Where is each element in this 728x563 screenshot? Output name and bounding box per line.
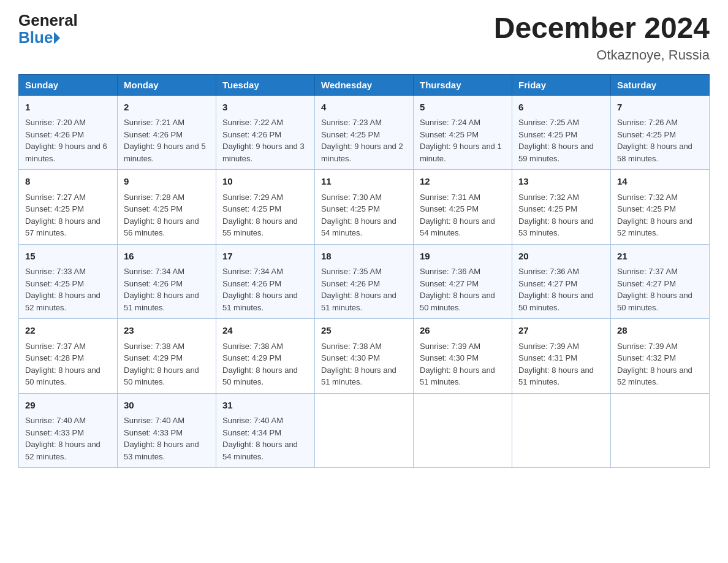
day-info: Sunrise: 7:36 AMSunset: 4:27 PMDaylight:… [420, 267, 495, 312]
day-info: Sunrise: 7:26 AMSunset: 4:25 PMDaylight:… [617, 118, 692, 163]
day-info: Sunrise: 7:20 AMSunset: 4:26 PMDaylight:… [25, 118, 107, 163]
calendar-cell: 21 Sunrise: 7:37 AMSunset: 4:27 PMDaylig… [611, 244, 710, 319]
logo-arrow-icon [54, 32, 60, 44]
page-header: General Blue December 2024 Otkaznoye, Ru… [18, 12, 710, 63]
day-info: Sunrise: 7:27 AMSunset: 4:25 PMDaylight:… [25, 193, 100, 238]
day-number: 17 [222, 250, 308, 264]
title-block: December 2024 Otkaznoye, Russia [494, 12, 710, 63]
calendar-cell: 25 Sunrise: 7:38 AMSunset: 4:30 PMDaylig… [315, 319, 414, 394]
day-info: Sunrise: 7:28 AMSunset: 4:25 PMDaylight:… [124, 193, 199, 238]
day-number: 7 [617, 101, 703, 115]
day-info: Sunrise: 7:37 AMSunset: 4:28 PMDaylight:… [25, 342, 100, 387]
day-number: 6 [518, 101, 604, 115]
calendar-cell: 10 Sunrise: 7:29 AMSunset: 4:25 PMDaylig… [216, 170, 315, 245]
day-info: Sunrise: 7:37 AMSunset: 4:27 PMDaylight:… [617, 267, 692, 312]
day-info: Sunrise: 7:36 AMSunset: 4:27 PMDaylight:… [518, 267, 594, 312]
calendar-cell: 11 Sunrise: 7:30 AMSunset: 4:25 PMDaylig… [315, 170, 414, 245]
day-info: Sunrise: 7:33 AMSunset: 4:25 PMDaylight:… [25, 267, 100, 312]
calendar-cell: 7 Sunrise: 7:26 AMSunset: 4:25 PMDayligh… [611, 95, 710, 170]
calendar-cell: 1 Sunrise: 7:20 AMSunset: 4:26 PMDayligh… [19, 95, 118, 170]
col-header-wednesday: Wednesday [315, 74, 414, 95]
day-number: 26 [420, 324, 506, 338]
calendar-table: SundayMondayTuesdayWednesdayThursdayFrid… [18, 74, 710, 469]
day-info: Sunrise: 7:32 AMSunset: 4:25 PMDaylight:… [617, 193, 692, 238]
calendar-cell: 26 Sunrise: 7:39 AMSunset: 4:30 PMDaylig… [414, 319, 512, 394]
day-info: Sunrise: 7:40 AMSunset: 4:33 PMDaylight:… [124, 416, 199, 461]
day-number: 23 [124, 324, 210, 338]
day-number: 14 [617, 175, 703, 189]
col-header-tuesday: Tuesday [216, 74, 315, 95]
day-info: Sunrise: 7:39 AMSunset: 4:30 PMDaylight:… [420, 342, 495, 387]
calendar-cell: 16 Sunrise: 7:34 AMSunset: 4:26 PMDaylig… [118, 244, 216, 319]
day-info: Sunrise: 7:34 AMSunset: 4:26 PMDaylight:… [124, 267, 199, 312]
day-number: 11 [321, 175, 407, 189]
day-info: Sunrise: 7:30 AMSunset: 4:25 PMDaylight:… [321, 193, 396, 238]
day-info: Sunrise: 7:23 AMSunset: 4:25 PMDaylight:… [321, 118, 403, 163]
logo: General Blue [18, 12, 78, 47]
calendar-cell: 20 Sunrise: 7:36 AMSunset: 4:27 PMDaylig… [512, 244, 611, 319]
calendar-subtitle: Otkaznoye, Russia [494, 47, 710, 63]
calendar-cell: 23 Sunrise: 7:38 AMSunset: 4:29 PMDaylig… [118, 319, 216, 394]
col-header-saturday: Saturday [611, 74, 710, 95]
calendar-cell: 12 Sunrise: 7:31 AMSunset: 4:25 PMDaylig… [414, 170, 512, 245]
day-info: Sunrise: 7:39 AMSunset: 4:32 PMDaylight:… [617, 342, 692, 387]
day-number: 5 [420, 101, 506, 115]
day-number: 31 [222, 399, 308, 413]
day-number: 3 [222, 101, 308, 115]
day-number: 24 [222, 324, 308, 338]
day-number: 9 [124, 175, 210, 189]
day-info: Sunrise: 7:40 AMSunset: 4:34 PMDaylight:… [222, 416, 298, 461]
day-number: 15 [25, 250, 111, 264]
day-number: 4 [321, 101, 407, 115]
calendar-cell: 8 Sunrise: 7:27 AMSunset: 4:25 PMDayligh… [19, 170, 118, 245]
calendar-cell: 15 Sunrise: 7:33 AMSunset: 4:25 PMDaylig… [19, 244, 118, 319]
calendar-cell: 18 Sunrise: 7:35 AMSunset: 4:26 PMDaylig… [315, 244, 414, 319]
day-number: 29 [25, 399, 111, 413]
calendar-cell: 14 Sunrise: 7:32 AMSunset: 4:25 PMDaylig… [611, 170, 710, 245]
day-info: Sunrise: 7:32 AMSunset: 4:25 PMDaylight:… [518, 193, 594, 238]
col-header-friday: Friday [512, 74, 611, 95]
logo-blue-text: Blue [18, 28, 60, 47]
day-info: Sunrise: 7:22 AMSunset: 4:26 PMDaylight:… [222, 118, 305, 163]
calendar-cell: 31 Sunrise: 7:40 AMSunset: 4:34 PMDaylig… [216, 393, 315, 468]
calendar-cell [414, 393, 512, 468]
day-info: Sunrise: 7:31 AMSunset: 4:25 PMDaylight:… [420, 193, 495, 238]
col-header-monday: Monday [118, 74, 216, 95]
calendar-cell: 3 Sunrise: 7:22 AMSunset: 4:26 PMDayligh… [216, 95, 315, 170]
calendar-cell: 27 Sunrise: 7:39 AMSunset: 4:31 PMDaylig… [512, 319, 611, 394]
day-number: 28 [617, 324, 703, 338]
day-number: 2 [124, 101, 210, 115]
day-info: Sunrise: 7:39 AMSunset: 4:31 PMDaylight:… [518, 342, 594, 387]
calendar-cell: 29 Sunrise: 7:40 AMSunset: 4:33 PMDaylig… [19, 393, 118, 468]
calendar-cell: 9 Sunrise: 7:28 AMSunset: 4:25 PMDayligh… [118, 170, 216, 245]
calendar-cell: 2 Sunrise: 7:21 AMSunset: 4:26 PMDayligh… [118, 95, 216, 170]
day-number: 21 [617, 250, 703, 264]
day-number: 13 [518, 175, 604, 189]
day-info: Sunrise: 7:24 AMSunset: 4:25 PMDaylight:… [420, 118, 502, 163]
calendar-cell: 30 Sunrise: 7:40 AMSunset: 4:33 PMDaylig… [118, 393, 216, 468]
day-number: 27 [518, 324, 604, 338]
day-info: Sunrise: 7:38 AMSunset: 4:29 PMDaylight:… [124, 342, 199, 387]
day-number: 20 [518, 250, 604, 264]
logo-general-text: General [18, 12, 78, 28]
day-info: Sunrise: 7:38 AMSunset: 4:29 PMDaylight:… [222, 342, 298, 387]
calendar-title: December 2024 [494, 12, 710, 45]
calendar-cell: 13 Sunrise: 7:32 AMSunset: 4:25 PMDaylig… [512, 170, 611, 245]
day-info: Sunrise: 7:29 AMSunset: 4:25 PMDaylight:… [222, 193, 298, 238]
calendar-cell: 22 Sunrise: 7:37 AMSunset: 4:28 PMDaylig… [19, 319, 118, 394]
calendar-cell: 28 Sunrise: 7:39 AMSunset: 4:32 PMDaylig… [611, 319, 710, 394]
day-number: 30 [124, 399, 210, 413]
calendar-cell [315, 393, 414, 468]
day-info: Sunrise: 7:25 AMSunset: 4:25 PMDaylight:… [518, 118, 594, 163]
day-info: Sunrise: 7:35 AMSunset: 4:26 PMDaylight:… [321, 267, 396, 312]
day-info: Sunrise: 7:40 AMSunset: 4:33 PMDaylight:… [25, 416, 100, 461]
calendar-cell: 19 Sunrise: 7:36 AMSunset: 4:27 PMDaylig… [414, 244, 512, 319]
calendar-cell: 24 Sunrise: 7:38 AMSunset: 4:29 PMDaylig… [216, 319, 315, 394]
calendar-cell: 6 Sunrise: 7:25 AMSunset: 4:25 PMDayligh… [512, 95, 611, 170]
day-number: 19 [420, 250, 506, 264]
calendar-cell: 17 Sunrise: 7:34 AMSunset: 4:26 PMDaylig… [216, 244, 315, 319]
calendar-cell [611, 393, 710, 468]
calendar-cell [512, 393, 611, 468]
day-info: Sunrise: 7:34 AMSunset: 4:26 PMDaylight:… [222, 267, 298, 312]
day-number: 1 [25, 101, 111, 115]
